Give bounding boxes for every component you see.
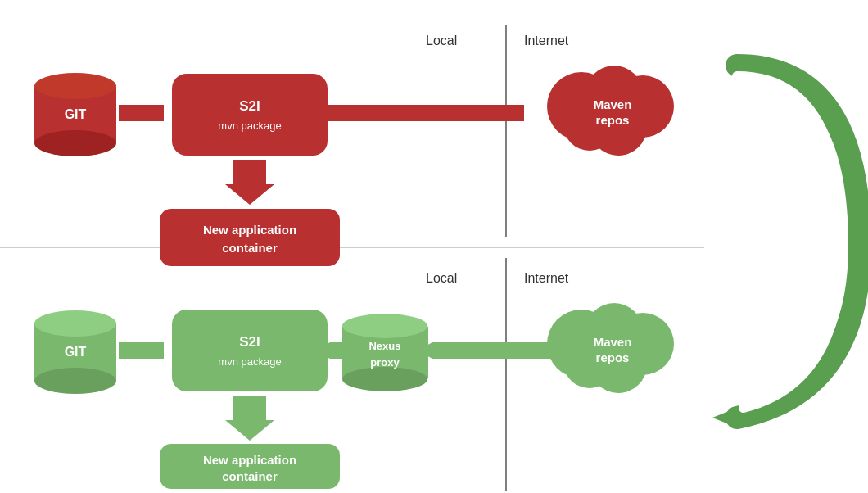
top-container-label: New application [203, 223, 296, 237]
bottom-s2i-label: S2I [239, 334, 260, 350]
bottom-container-label: New application [203, 453, 296, 467]
svg-marker-18 [225, 160, 274, 205]
svg-rect-22 [34, 323, 116, 381]
svg-marker-10 [315, 105, 332, 121]
top-container-sub: container [222, 241, 278, 255]
top-s2i-sub: mvn package [218, 120, 281, 132]
svg-rect-29 [330, 342, 383, 359]
diagram-container: Local Internet GIT S2I mvn package [0, 0, 868, 493]
svg-rect-27 [172, 310, 328, 391]
svg-marker-42 [225, 396, 274, 441]
nexus-sub: proxy [370, 356, 400, 369]
svg-point-38 [585, 303, 643, 360]
svg-marker-30 [314, 342, 330, 359]
bottom-container-sub: container [222, 469, 278, 483]
svg-marker-28 [328, 342, 344, 359]
svg-point-40 [590, 336, 647, 393]
svg-rect-2 [34, 86, 116, 143]
svg-rect-31 [342, 326, 428, 379]
svg-point-14 [585, 66, 643, 123]
svg-point-16 [590, 98, 647, 156]
svg-point-37 [547, 310, 616, 378]
svg-point-4 [34, 130, 116, 156]
svg-rect-9 [334, 105, 498, 121]
bottom-maven-sub: repos [596, 351, 630, 364]
svg-point-33 [342, 367, 427, 391]
svg-point-23 [34, 310, 116, 337]
svg-rect-11 [328, 105, 524, 121]
svg-rect-26 [119, 342, 164, 359]
svg-point-41 [563, 336, 616, 388]
svg-marker-36 [418, 342, 432, 359]
bottom-local-label: Local [426, 271, 457, 285]
svg-point-13 [547, 72, 616, 141]
bottom-maven-label: Maven [594, 335, 632, 349]
svg-rect-43 [160, 444, 340, 489]
svg-marker-8 [332, 105, 360, 121]
svg-marker-20 [712, 408, 737, 427]
svg-point-3 [34, 73, 116, 99]
svg-marker-12 [311, 105, 328, 121]
bottom-git-label: GIT [65, 345, 87, 359]
svg-point-15 [612, 75, 674, 138]
bottom-s2i-sub: mvn package [218, 355, 281, 368]
svg-rect-19 [160, 209, 340, 266]
top-s2i-label: S2I [239, 98, 260, 114]
top-git-label: GIT [65, 107, 87, 121]
top-internet-label: Internet [524, 34, 569, 47]
svg-rect-7 [172, 74, 328, 156]
svg-point-24 [34, 368, 116, 394]
svg-rect-35 [432, 342, 596, 359]
svg-point-17 [563, 98, 616, 151]
svg-marker-34 [432, 342, 457, 359]
svg-point-39 [612, 313, 674, 375]
top-local-label: Local [426, 34, 457, 47]
svg-marker-25 [131, 342, 160, 359]
nexus-label: Nexus [368, 340, 400, 352]
svg-point-32 [342, 314, 427, 338]
top-maven-label: Maven [594, 97, 632, 111]
svg-marker-5 [131, 105, 160, 121]
bottom-internet-label: Internet [524, 271, 569, 285]
top-maven-sub: repos [596, 113, 630, 127]
svg-rect-6 [119, 105, 164, 121]
